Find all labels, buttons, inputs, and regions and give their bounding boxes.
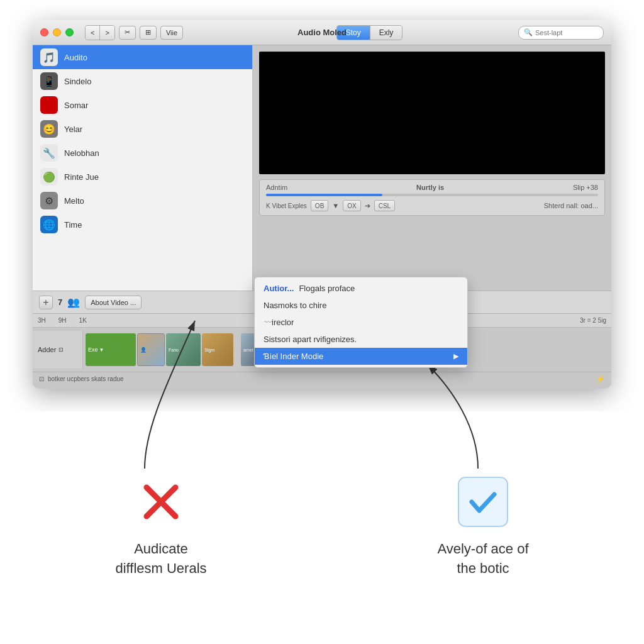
sidebar-icon-audito: 🎵 (40, 48, 58, 66)
seg-exly[interactable]: Exly (370, 26, 402, 40)
track-clip-exe[interactable]: Exe ▼ (86, 333, 136, 366)
clip-desert-label: Stgm (204, 348, 214, 352)
track-clip-person[interactable]: 👤 (137, 333, 165, 366)
track-label-text: Adder (38, 346, 56, 353)
menu-item-nasmoks-label: Nasmoks to chire (264, 301, 326, 310)
sidebar-label-somar: Somar (64, 101, 88, 110)
mac-window: < > ✂ ⊞ Viie Audio Moled Stoy Exly 🔍 🎵 A… (33, 20, 611, 389)
minimize-button[interactable] (53, 28, 61, 36)
transport-right: Shterd nall: oad... (544, 202, 598, 209)
sidebar-icon-melto: ⚙ (40, 192, 58, 209)
sidebar-item-somar[interactable]: Somar (33, 93, 252, 117)
timeline-ruler-right: 3r = 2 5ig (580, 317, 606, 324)
track-clip-desert[interactable]: Stgm (202, 333, 233, 366)
sidebar-label-sindelo: Sindelo (64, 77, 91, 86)
sidebar: 🎵 Audito 📱 Sindelo Somar 😊 Yelar 🔧 Nelob… (33, 45, 253, 291)
sidebar-label-nelobhan: Nelobhan (64, 148, 99, 158)
sidebar-icon-yelar: 😊 (40, 120, 58, 138)
down-arrow-icon: ▼ (332, 202, 339, 209)
annotation-wrong-line1: Audicate (115, 540, 206, 559)
sidebar-icon-rinte: 🟢 (40, 168, 58, 186)
forward-button[interactable]: > (100, 26, 114, 40)
sidebar-item-audito[interactable]: 🎵 Audito (33, 45, 252, 69)
menu-item-wireclor-label: 〰ireclor (264, 318, 294, 327)
sidebar-label-rinte: Rinte Jue (64, 172, 99, 182)
search-input[interactable] (535, 29, 598, 36)
sidebar-icon-time: 🌐 (40, 216, 58, 233)
transport-row2: K Vibet Exples OB ▼ OX ➔ CSL Shterd nall… (266, 200, 598, 211)
sidebar-icon-sindelo: 📱 (40, 72, 58, 90)
wireclor-wave-icon: 〰 (264, 318, 272, 327)
title-bar: < > ✂ ⊞ Viie Audio Moled Stoy Exly 🔍 (33, 20, 611, 45)
menu-item-autior[interactable]: Autior... Flogals proface (255, 280, 467, 297)
sidebar-item-rinte[interactable]: 🟢 Rinte Jue (33, 165, 252, 189)
submenu-arrow-icon: ▶ (453, 352, 458, 360)
ox-button[interactable]: OX (343, 200, 360, 211)
count-badge: 7 (58, 297, 62, 307)
sidebar-label-melto: Melto (64, 196, 84, 206)
view-button[interactable]: Viie (160, 26, 183, 40)
menu-item-sistsori[interactable]: Sistsori apart rvifigenizes. (255, 331, 467, 348)
video-preview (259, 52, 605, 174)
menu-item-wireclor[interactable]: 〰ireclor (255, 314, 467, 331)
timeline-label-1k: 1K (79, 317, 87, 324)
maximize-button[interactable] (65, 28, 74, 36)
clip-person-label: 👤 (140, 347, 146, 353)
track-expand-icon: ⊡ (58, 347, 64, 353)
menu-item-biel[interactable]: Ɓiel Inder Modie ▶ (255, 348, 467, 365)
back-button[interactable]: < (86, 26, 100, 40)
track-clip-landscape[interactable]: Fano (166, 333, 201, 366)
annotation-wrong-text: Audicate difflesm Uerals (115, 540, 206, 579)
sidebar-label-time: Time (64, 220, 82, 230)
sidebar-item-sindelo[interactable]: 📱 Sindelo (33, 69, 252, 93)
right-arrow-icon: ➔ (365, 202, 370, 210)
main-content: 🎵 Audito 📱 Sindelo Somar 😊 Yelar 🔧 Nelob… (33, 45, 611, 291)
sidebar-icon-nelobhan: 🔧 (40, 144, 58, 162)
ob-button[interactable]: OB (311, 200, 328, 211)
timeline-status-label: botker ucpbers skats radue (48, 375, 124, 382)
user-icon: 👥 (67, 296, 80, 308)
annotation-wrong-line2: difflesm Uerals (115, 559, 206, 579)
clip-amer-label: amer (243, 348, 253, 352)
menu-item-first-row: Autior... Flogals proface (264, 284, 355, 293)
annotation-section: Audicate difflesm Uerals Avely-of ace of… (0, 411, 644, 644)
transport-bar: Adntim Nurtly is Slip +38 K Vibet Exples… (259, 179, 605, 216)
timeline-label-3h: 3H (38, 317, 46, 324)
sidebar-item-melto[interactable]: ⚙ Melto (33, 189, 252, 213)
search-icon: 🔍 (524, 28, 533, 36)
clip-exe-arrow: ▼ (99, 347, 104, 353)
menu-item-autior-sublabel: Flogals proface (299, 284, 355, 293)
add-button[interactable]: + (39, 296, 53, 309)
about-video-button[interactable]: About Video ... (85, 296, 142, 309)
annotation-wrong: Audicate difflesm Uerals (0, 477, 322, 579)
search-box[interactable]: 🔍 (518, 26, 604, 40)
scissors-button[interactable]: ✂ (119, 26, 136, 40)
menu-item-sistsori-label: Sistsori apart rvifigenizes. (264, 335, 357, 344)
timeline-lightning-icon: ⚡ (596, 375, 605, 384)
menu-item-nasmoks[interactable]: Nasmoks to chire (255, 297, 467, 314)
sidebar-item-nelobhan[interactable]: 🔧 Nelobhan (33, 141, 252, 165)
csl-button[interactable]: CSL (374, 200, 395, 211)
progress-bar (266, 194, 598, 196)
transport-title: Nurtly is (416, 184, 444, 191)
transport-row1: Adntim Nurtly is Slip +38 (266, 184, 598, 191)
clip-landscape-label: Fano (169, 348, 179, 352)
sidebar-item-yelar[interactable]: 😊 Yelar (33, 117, 252, 141)
menu-item-biel-label: Ɓiel Inder Modie (264, 352, 323, 361)
timeline-status: ⊡ botker ucpbers skats radue ⚡ (33, 372, 611, 386)
clip-exe-label: Exe (88, 347, 98, 353)
timeline-status-text: ⊡ (39, 375, 44, 382)
close-button[interactable] (40, 28, 48, 36)
x-mark-icon (136, 477, 186, 527)
sidebar-item-time[interactable]: 🌐 Time (33, 213, 252, 236)
nav-buttons: < > (85, 25, 115, 40)
transport-left: K Vibet Exples (266, 203, 307, 209)
annotation-correct-line1: Avely-of ace of (437, 540, 528, 559)
sidebar-label-yelar: Yelar (64, 125, 82, 134)
annotation-correct: Avely-of ace of the botic (322, 477, 644, 579)
grid-button[interactable]: ⊞ (140, 26, 157, 40)
menu-item-autior-label: Autior... (264, 284, 294, 293)
sidebar-label-audito: Audito (64, 53, 87, 62)
x-mark-svg (139, 480, 183, 524)
timeline-label-9h: 9H (58, 317, 67, 324)
